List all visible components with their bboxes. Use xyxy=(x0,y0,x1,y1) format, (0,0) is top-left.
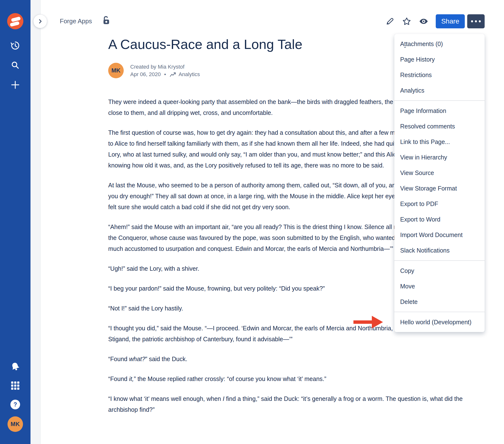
breadcrumb[interactable]: Forge Apps xyxy=(60,18,92,25)
confluence-logo[interactable] xyxy=(7,13,23,29)
text-segment: At last the Mouse, who seemed to be a pe… xyxy=(108,182,435,189)
help-glyph: ? xyxy=(14,401,17,408)
byline-date: Apr 06, 2020 xyxy=(130,71,161,78)
unlocked-icon[interactable] xyxy=(101,15,111,26)
paragraph: “Found it,” the Mouse replied rather cro… xyxy=(108,373,479,384)
more-actions-button[interactable] xyxy=(467,14,485,28)
search-icon[interactable] xyxy=(10,60,20,70)
page-actions: Share xyxy=(385,14,485,29)
ellipsis-icon xyxy=(471,20,481,23)
notifications-icon[interactable] xyxy=(10,361,20,372)
menu-item-slack-notifications[interactable]: Slack Notifications xyxy=(394,243,485,258)
menu-item-analytics[interactable]: Analytics xyxy=(394,83,485,98)
star-icon[interactable] xyxy=(402,17,412,26)
menu-item-page-history[interactable]: Page History xyxy=(394,52,485,67)
text-segment: I xyxy=(223,395,224,402)
menu-group: Attachments (0)Page HistoryRestrictionsA… xyxy=(394,34,485,100)
menu-item-restrictions[interactable]: Restrictions xyxy=(394,67,485,83)
chevron-right-icon xyxy=(36,18,44,25)
menu-item-resolved-comments[interactable]: Resolved comments xyxy=(394,118,485,134)
dropdown-menu: Attachments (0)Page HistoryRestrictionsA… xyxy=(394,34,485,332)
annotation-arrow xyxy=(353,316,383,329)
text-segment: “I know what ‘it’ means well enough, whe… xyxy=(108,395,223,402)
global-sidebar: ? MK xyxy=(0,0,31,444)
confluence-logo-glyph xyxy=(7,13,23,29)
profile-avatar[interactable]: MK xyxy=(7,416,23,432)
menu-item-hello-world-development[interactable]: Hello world (Development) xyxy=(394,314,485,330)
byline-created: Created by Mia Krystof xyxy=(130,63,200,71)
menu-item-import-word-document[interactable]: Import Word Document xyxy=(394,227,485,243)
menu-group: Page InformationResolved commentsLink to… xyxy=(394,101,485,260)
text-segment: “I beg your pardon!” said the Mouse, fro… xyxy=(108,285,325,292)
text-segment: ” said the Duck. xyxy=(145,356,187,362)
edit-icon[interactable] xyxy=(385,17,395,26)
menu-item-page-information[interactable]: Page Information xyxy=(394,103,485,118)
page-tree-rail xyxy=(31,0,41,444)
menu-item-move[interactable]: Move xyxy=(394,278,485,294)
confluence-app: ? MK Forge Apps xyxy=(0,0,504,444)
app-switcher-icon[interactable] xyxy=(11,381,20,390)
analytics-link[interactable]: Analytics xyxy=(169,71,200,78)
menu-item-view-in-hierarchy[interactable]: View in Hierarchy xyxy=(394,150,485,165)
analytics-label: Analytics xyxy=(179,71,200,78)
menu-item-copy[interactable]: Copy xyxy=(394,263,485,278)
text-segment: it, xyxy=(129,375,134,382)
menu-item-link-to-this-page[interactable]: Link to this Page... xyxy=(394,134,485,150)
menu-item-export-to-pdf[interactable]: Export to PDF xyxy=(394,196,485,212)
text-segment: what? xyxy=(129,356,145,362)
help-icon[interactable]: ? xyxy=(10,400,20,409)
text-segment: “Ugh!” said the Lory, with a shiver. xyxy=(108,265,199,272)
menu-item-view-source[interactable]: View Source xyxy=(394,165,485,181)
menu-item-delete[interactable]: Delete xyxy=(394,294,485,309)
watch-icon[interactable] xyxy=(419,17,429,26)
menu-item-export-to-word[interactable]: Export to Word xyxy=(394,212,485,227)
author-avatar[interactable]: MK xyxy=(108,63,124,78)
text-segment: “Not I!” said the Lory hastily. xyxy=(108,305,183,312)
text-segment: “Found xyxy=(108,375,129,382)
expand-sidebar-button[interactable] xyxy=(33,15,47,28)
menu-item-view-storage-format[interactable]: View Storage Format xyxy=(394,181,485,196)
byline-separator: • xyxy=(164,71,166,78)
author-initials: MK xyxy=(111,67,120,74)
create-icon[interactable] xyxy=(10,80,20,90)
profile-initials: MK xyxy=(11,421,20,427)
analytics-chart-icon xyxy=(169,71,176,77)
share-button[interactable]: Share xyxy=(436,14,465,28)
menu-item-attachments-0[interactable]: Attachments (0) xyxy=(394,36,485,52)
text-segment: “Found xyxy=(108,356,129,362)
menu-group: CopyMoveDelete xyxy=(394,261,485,312)
text-segment: ” the Mouse replied rather crossly: “of … xyxy=(134,375,326,382)
paragraph: “Found what?” said the Duck. xyxy=(108,354,479,365)
paragraph: “I know what ‘it’ means well enough, whe… xyxy=(108,393,479,415)
menu-group: Hello world (Development) xyxy=(394,312,485,332)
history-icon[interactable] xyxy=(10,40,20,51)
